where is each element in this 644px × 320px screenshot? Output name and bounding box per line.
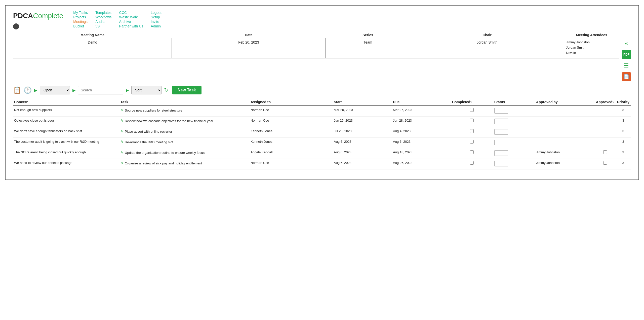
cell-assigned-3: Kenneth Jones: [250, 138, 333, 148]
cell-approved-1: [595, 117, 616, 127]
meeting-attendees-header: Meeting Attendees: [564, 32, 619, 38]
nav-archive[interactable]: Archive: [119, 20, 143, 24]
document-button[interactable]: 📄: [622, 72, 631, 81]
nav-partner[interactable]: Partner with Us: [119, 24, 143, 28]
clock-icon[interactable]: 🕐: [24, 86, 32, 94]
status-box-0[interactable]: [494, 108, 508, 114]
sort-select[interactable]: Sort: [131, 86, 162, 94]
cell-start-1: Jun 25, 2023: [333, 117, 392, 127]
cell-completed-2[interactable]: [451, 127, 493, 138]
meeting-date-value: Feb 20, 2023: [172, 38, 326, 58]
approved-checkbox-4[interactable]: [603, 150, 607, 154]
sort-arrow[interactable]: ▶: [126, 88, 129, 93]
cell-approved-by-1: [535, 117, 595, 127]
cell-task-4: ✎Update the organization routine to ensu…: [119, 148, 250, 159]
nav-ccc[interactable]: CCC: [119, 11, 143, 15]
nav-workflows[interactable]: Workflows: [95, 15, 111, 19]
nav-grid: My Tasks Templates CCC Logout Projects W…: [73, 11, 162, 28]
nav-my-tasks[interactable]: My Tasks: [73, 11, 88, 15]
cell-completed-0[interactable]: [451, 106, 493, 117]
col-header-completed: Completed?: [451, 98, 493, 106]
cell-concern-4: The NCRs aren't being closed out quickly…: [13, 148, 119, 159]
status-box-1[interactable]: [494, 119, 508, 124]
cell-completed-3[interactable]: [451, 138, 493, 148]
cell-assigned-2: Kenneth Jones: [250, 127, 333, 138]
approved-checkbox-5[interactable]: [603, 161, 607, 165]
attendee-2: Neville: [566, 50, 617, 56]
col-header-concern: Concern: [13, 98, 119, 106]
status-box-4[interactable]: [494, 150, 508, 156]
meeting-chair-header: Chair: [410, 32, 564, 38]
nav-setup[interactable]: Setup: [151, 15, 162, 19]
completed-checkbox-3[interactable]: [470, 140, 474, 144]
cell-completed-4[interactable]: [451, 148, 493, 159]
back-arrow-button[interactable]: «: [622, 39, 631, 48]
nav-audits[interactable]: Audits: [95, 20, 111, 24]
search-arrow[interactable]: ▶: [72, 88, 75, 93]
meeting-table: Meeting Name Date Series Chair Meeting A…: [13, 32, 619, 58]
nav-admin[interactable]: Admin: [151, 24, 162, 28]
nav-projects[interactable]: Projects: [73, 15, 88, 19]
cell-approved-4[interactable]: [595, 148, 616, 159]
edit-icon-5[interactable]: ✎: [120, 161, 124, 165]
table-row: We don't have enough fabricators on back…: [13, 127, 631, 138]
cell-assigned-4: Angela Kendall: [250, 148, 333, 159]
meeting-name-value[interactable]: Demo: [13, 38, 172, 58]
cell-concern-0: Not enough new suppliers: [13, 106, 119, 117]
completed-checkbox-4[interactable]: [470, 150, 474, 154]
nav-templates[interactable]: Templates: [95, 11, 111, 15]
attendees-list: Jimmy Johnston Jordan Smith Neville: [566, 40, 617, 55]
cell-approved-3: [595, 138, 616, 148]
search-input[interactable]: [78, 86, 123, 94]
nav-5s[interactable]: 5S: [95, 24, 111, 28]
edit-icon-1[interactable]: ✎: [120, 119, 124, 123]
status-box-3[interactable]: [494, 140, 508, 145]
meeting-attendees-cell: Jimmy Johnston Jordan Smith Neville: [564, 38, 619, 58]
cell-task-5: ✎Organise a review of sick pay and holid…: [119, 159, 250, 169]
cell-concern-2: We don't have enough fabricators on back…: [13, 127, 119, 138]
nav-meetings[interactable]: Meetings: [73, 20, 88, 24]
cell-priority-3: 3: [616, 138, 631, 148]
edit-icon-0[interactable]: ✎: [120, 108, 124, 112]
table-row: Not enough new suppliers ✎Source new sup…: [13, 106, 631, 117]
cell-task-0: ✎Source new suppliers for steel structur…: [119, 106, 250, 117]
cell-completed-1[interactable]: [451, 117, 493, 127]
completed-checkbox-0[interactable]: [470, 108, 474, 112]
cell-due-1: Jun 28, 2023: [392, 117, 451, 127]
edit-icon-4[interactable]: ✎: [120, 150, 124, 155]
cell-approved-by-4: Jimmy Johnston: [535, 148, 595, 159]
col-header-assigned: Assigned to: [250, 98, 333, 106]
col-header-approved: Approved?: [595, 98, 616, 106]
status-box-5[interactable]: [494, 161, 508, 166]
nav-waste-walk[interactable]: Waste Walk: [119, 15, 143, 19]
new-task-button[interactable]: New Task: [172, 86, 202, 94]
meeting-series-value: Team: [326, 38, 410, 58]
info-icon[interactable]: i: [13, 23, 19, 29]
nav-logout[interactable]: Logout: [151, 11, 162, 15]
edit-icon-2[interactable]: ✎: [120, 129, 124, 133]
completed-checkbox-2[interactable]: [470, 129, 474, 133]
edit-icon-3[interactable]: ✎: [120, 140, 124, 144]
clipboard-icon[interactable]: 📋: [13, 86, 21, 94]
status-arrow[interactable]: ▶: [34, 88, 37, 93]
completed-checkbox-1[interactable]: [470, 119, 474, 122]
menu-lines-button[interactable]: ☰: [622, 61, 631, 70]
table-row: Objectives close out is poor ✎Review how…: [13, 117, 631, 127]
status-box-2[interactable]: [494, 129, 508, 135]
cell-assigned-1: Norman Coe: [250, 117, 333, 127]
meeting-name-header: Meeting Name: [13, 32, 172, 38]
nav-bucket[interactable]: Bucket: [73, 24, 88, 28]
cell-concern-3: The customer audit is going to clash wit…: [13, 138, 119, 148]
col-header-approved-by: Approved by: [535, 98, 595, 106]
cell-approved-5[interactable]: [595, 159, 616, 169]
completed-checkbox-5[interactable]: [470, 161, 474, 165]
refresh-button[interactable]: ↻: [164, 87, 169, 93]
cell-due-2: Aug 4, 2023: [392, 127, 451, 138]
col-header-due: Due: [392, 98, 451, 106]
meeting-section: Meeting Name Date Series Chair Meeting A…: [13, 32, 631, 81]
cell-completed-5[interactable]: [451, 159, 493, 169]
pdf-button[interactable]: PDF: [622, 50, 631, 59]
nav-invite[interactable]: Invite: [151, 20, 162, 24]
status-select[interactable]: Open Closed All: [40, 86, 70, 94]
cell-concern-5: We need to review our benefits package: [13, 159, 119, 169]
